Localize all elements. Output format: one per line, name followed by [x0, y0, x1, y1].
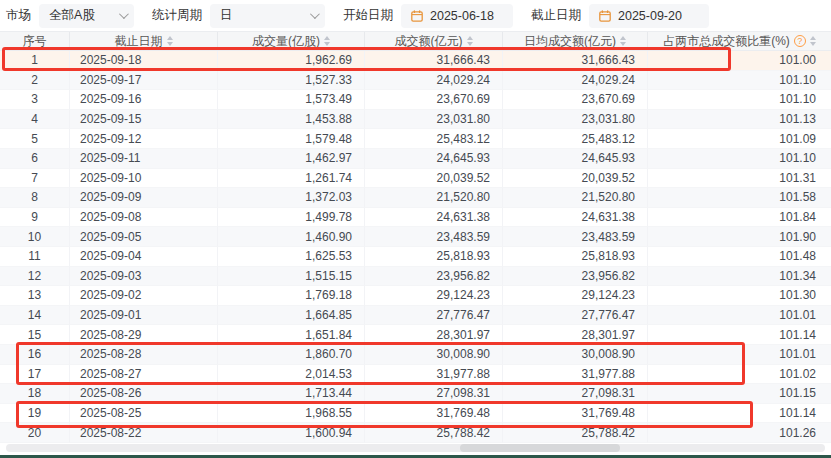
- table-row[interactable]: 102025-09-051,460.9023,483.5923,483.5910…: [0, 227, 831, 247]
- cell-index: 17: [0, 365, 70, 385]
- sort-carets-icon[interactable]: [620, 36, 626, 46]
- cell-amount: 24,645.93: [365, 149, 503, 169]
- horizontal-scrollbar-track[interactable]: [6, 444, 825, 452]
- cell-volume: 2,014.53: [218, 365, 365, 385]
- help-icon[interactable]: ?: [794, 35, 806, 47]
- cell-amount: 31,666.43: [365, 51, 503, 71]
- table-row[interactable]: 22025-09-171,527.3324,029.2424,029.24101…: [0, 71, 831, 91]
- cell-volume: 1,527.33: [218, 71, 365, 91]
- table-row[interactable]: 82025-09-091,372.0321,520.8021,520.80101…: [0, 188, 831, 208]
- table-row[interactable]: 32025-09-161,573.4923,670.6923,670.69101…: [0, 90, 831, 110]
- cell-volume: 1,573.49: [218, 90, 365, 110]
- cell-volume: 1,713.44: [218, 384, 365, 404]
- cell-index: 16: [0, 345, 70, 365]
- column-header-label: 成交量(亿股): [252, 33, 320, 50]
- cell-amount: 23,956.82: [365, 267, 503, 287]
- cell-index: 15: [0, 325, 70, 345]
- cell-date: 2025-09-01: [70, 306, 218, 326]
- cell-daily-avg: 25,483.12: [503, 129, 648, 149]
- cell-date: 2025-09-08: [70, 208, 218, 228]
- horizontal-scrollbar-thumb[interactable]: [460, 444, 620, 452]
- cell-daily-avg: 23,956.82: [503, 267, 648, 287]
- cell-date: 2025-09-04: [70, 247, 218, 267]
- cell-index: 2: [0, 71, 70, 91]
- cell-date: 2025-09-12: [70, 129, 218, 149]
- table-row[interactable]: 162025-08-281,860.7030,008.9030,008.9010…: [0, 345, 831, 365]
- start-date-value: 2025-06-18: [430, 9, 494, 23]
- cell-volume: 1,499.78: [218, 208, 365, 228]
- cell-pct: 101.26: [648, 423, 831, 443]
- table-row[interactable]: 92025-09-081,499.7824,631.3824,631.38101…: [0, 208, 831, 228]
- cell-daily-avg: 25,818.93: [503, 247, 648, 267]
- table-row[interactable]: 132025-09-021,769.1829,124.2329,124.2310…: [0, 286, 831, 306]
- column-header-label: 日均成交额(亿元): [524, 33, 616, 50]
- cell-index: 3: [0, 90, 70, 110]
- calendar-icon: [599, 10, 611, 22]
- column-header-label: 序号: [23, 33, 47, 50]
- cell-date: 2025-08-25: [70, 404, 218, 424]
- cell-index: 9: [0, 208, 70, 228]
- market-select[interactable]: 全部A股: [39, 4, 134, 28]
- table-row[interactable]: 202025-08-221,600.9425,788.4225,788.4210…: [0, 423, 831, 443]
- period-select[interactable]: 日: [210, 4, 325, 28]
- cell-daily-avg: 24,631.38: [503, 208, 648, 228]
- table-row[interactable]: 192025-08-251,968.5531,769.4831,769.4810…: [0, 404, 831, 424]
- sort-carets-icon[interactable]: [467, 36, 473, 46]
- column-header-4[interactable]: 日均成交额(亿元): [503, 32, 648, 50]
- cell-date: 2025-09-03: [70, 267, 218, 287]
- cell-pct: 101.15: [648, 384, 831, 404]
- table-row[interactable]: 142025-09-011,664.8527,776.4727,776.4710…: [0, 306, 831, 326]
- cell-index: 5: [0, 129, 70, 149]
- table-row[interactable]: 72025-09-101,261.7420,039.5220,039.52101…: [0, 169, 831, 189]
- column-header-2[interactable]: 成交量(亿股): [218, 32, 365, 50]
- cell-daily-avg: 21,520.80: [503, 188, 648, 208]
- end-date-input[interactable]: 2025-09-20: [589, 4, 709, 28]
- cell-index: 11: [0, 247, 70, 267]
- cell-amount: 27,098.31: [365, 384, 503, 404]
- cell-date: 2025-08-29: [70, 325, 218, 345]
- column-header-5[interactable]: 占两市总成交额比重(%)?: [648, 32, 831, 50]
- table-row[interactable]: 152025-08-291,651.8428,301.9728,301.9710…: [0, 325, 831, 345]
- chevron-down-icon: [310, 9, 320, 19]
- sort-carets-icon[interactable]: [167, 36, 173, 46]
- filter-toolbar: 市场 全部A股 统计周期 日 开始日期 2025-06-18 截止日期: [0, 0, 831, 31]
- table-row[interactable]: 42025-09-151,453.8823,031.8023,031.80101…: [0, 110, 831, 130]
- cell-date: 2025-09-18: [70, 51, 218, 71]
- cell-amount: 31,769.48: [365, 404, 503, 424]
- cell-volume: 1,625.53: [218, 247, 365, 267]
- cell-amount: 23,670.69: [365, 90, 503, 110]
- cell-index: 19: [0, 404, 70, 424]
- cell-date: 2025-08-28: [70, 345, 218, 365]
- cell-pct: 101.10: [648, 149, 831, 169]
- cell-amount: 23,483.59: [365, 227, 503, 247]
- table-row[interactable]: 122025-09-031,515.1523,956.8223,956.8210…: [0, 267, 831, 287]
- table-row[interactable]: 172025-08-272,014.5331,977.8831,977.8810…: [0, 365, 831, 385]
- cell-amount: 29,124.23: [365, 286, 503, 306]
- cell-amount: 25,818.93: [365, 247, 503, 267]
- column-header-label: 占两市总成交额比重(%): [663, 33, 790, 50]
- cell-daily-avg: 31,977.88: [503, 365, 648, 385]
- column-header-3[interactable]: 成交额(亿元): [365, 32, 503, 50]
- period-label: 统计周期: [152, 7, 202, 24]
- sort-carets-icon[interactable]: [324, 36, 330, 46]
- table-header: 序号截止日期成交量(亿股)成交额(亿元)日均成交额(亿元)占两市总成交额比重(%…: [0, 31, 831, 51]
- table-row[interactable]: 62025-09-111,462.9724,645.9324,645.93101…: [0, 149, 831, 169]
- column-header-label: 成交额(亿元): [395, 33, 463, 50]
- column-header-1[interactable]: 截止日期: [70, 32, 218, 50]
- cell-pct: 101.10: [648, 71, 831, 91]
- cell-daily-avg: 31,769.48: [503, 404, 648, 424]
- table-row[interactable]: 52025-09-121,579.4825,483.1225,483.12101…: [0, 129, 831, 149]
- cell-pct: 101.30: [648, 286, 831, 306]
- start-date-input[interactable]: 2025-06-18: [401, 4, 513, 28]
- cell-pct: 101.14: [648, 325, 831, 345]
- cell-index: 4: [0, 110, 70, 130]
- cell-volume: 1,460.90: [218, 227, 365, 247]
- market-label: 市场: [6, 7, 31, 24]
- table-row[interactable]: 182025-08-261,713.4427,098.3127,098.3110…: [0, 384, 831, 404]
- table-row[interactable]: 12025-09-181,962.6931,666.4331,666.43101…: [0, 51, 831, 71]
- table-row[interactable]: 112025-09-041,625.5325,818.9325,818.9310…: [0, 247, 831, 267]
- sort-carets-icon[interactable]: [810, 36, 816, 46]
- cell-index: 20: [0, 423, 70, 443]
- cell-date: 2025-09-17: [70, 71, 218, 91]
- cell-index: 7: [0, 169, 70, 189]
